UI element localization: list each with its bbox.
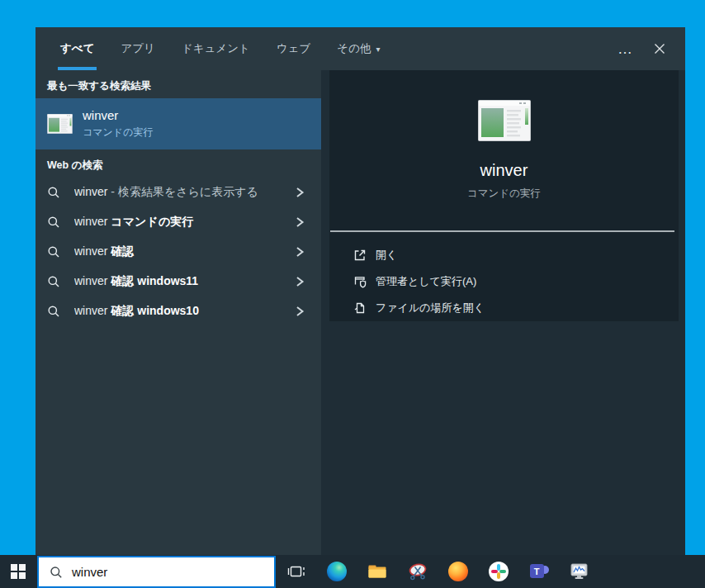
action-label: 開く: [376, 248, 397, 263]
tab-documents[interactable]: ドキュメント: [179, 27, 253, 70]
taskbar-app-firefox[interactable]: [438, 555, 478, 588]
best-match-result-winver[interactable]: winver コマンドの実行: [35, 98, 321, 149]
best-match-text: winver コマンドの実行: [83, 108, 153, 140]
taskbar-search-value: winver: [72, 565, 107, 579]
tab-apps[interactable]: アプリ: [118, 27, 157, 70]
tab-label: アプリ: [121, 41, 154, 56]
taskbar-app-file-explorer[interactable]: [357, 555, 397, 588]
search-icon: [47, 305, 60, 318]
chevron-right-icon: [295, 187, 305, 198]
run-as-admin-shield-icon: [352, 274, 367, 289]
file-explorer-icon: [367, 562, 387, 581]
open-icon: [352, 248, 367, 263]
search-icon: [47, 186, 60, 199]
taskbar-app-snipping-tool[interactable]: [397, 555, 438, 588]
taskbar-app-performance-monitor[interactable]: [559, 555, 599, 588]
pinned-apps: T: [316, 555, 599, 588]
suggestion-text: winver - 検索結果をさらに表示する: [74, 185, 295, 200]
taskbar-app-slack[interactable]: [478, 555, 518, 588]
teams-icon: T: [529, 562, 549, 581]
winver-app-icon: [47, 114, 73, 134]
close-button[interactable]: [654, 43, 665, 55]
tab-web[interactable]: ウェブ: [274, 27, 313, 70]
chevron-right-icon: [295, 306, 305, 317]
tab-more[interactable]: その他 ▾: [334, 27, 382, 70]
slack-icon: [489, 562, 509, 581]
preview-panel: winver コマンドの実行 開く: [329, 70, 679, 555]
web-suggestion-2[interactable]: winver コマンドの実行: [35, 207, 321, 237]
windows-logo-icon: [11, 564, 26, 579]
taskbar-app-edge[interactable]: [316, 555, 357, 588]
close-icon: [654, 43, 665, 55]
chevron-right-icon: [295, 246, 305, 258]
open-file-location-icon: [352, 301, 367, 315]
search-results-area: 最も一致する検索結果 winver コマンドの実行: [35, 70, 685, 555]
app-preview: winver コマンドの実行: [329, 70, 679, 201]
panel-divider-gap: [321, 70, 329, 555]
best-match-header: 最も一致する検索結果: [35, 70, 321, 98]
tab-label: ウェブ: [277, 41, 310, 56]
best-match-subtitle: コマンドの実行: [83, 126, 153, 140]
search-icon: [50, 566, 63, 579]
search-flyout: すべて アプリ ドキュメント ウェブ その他 ▾ …: [35, 27, 685, 555]
preview-subtitle: コマンドの実行: [329, 187, 679, 201]
edge-icon: [327, 562, 347, 581]
action-label: ファイルの場所を開く: [376, 301, 485, 315]
best-match-title: winver: [83, 108, 153, 122]
tab-label: その他: [337, 41, 371, 56]
results-panel: 最も一致する検索結果 winver コマンドの実行: [35, 70, 321, 555]
chevron-right-icon: [295, 216, 305, 228]
taskbar-search-box[interactable]: winver: [37, 556, 276, 588]
taskbar: winver: [0, 555, 705, 588]
web-suggestion-3[interactable]: winver 確認: [35, 237, 321, 267]
action-open-file-location[interactable]: ファイルの場所を開く: [329, 295, 679, 321]
performance-monitor-icon: [570, 562, 589, 581]
tab-list: すべて アプリ ドキュメント ウェブ その他 ▾: [58, 27, 617, 70]
search-tabbar: すべて アプリ ドキュメント ウェブ その他 ▾ …: [35, 27, 685, 70]
firefox-icon: [448, 562, 468, 581]
snipping-tool-icon: [407, 562, 428, 581]
action-label: 管理者として実行(A): [376, 274, 476, 289]
panel-filler: [329, 321, 679, 555]
taskbar-app-teams[interactable]: T: [518, 555, 559, 588]
search-icon: [47, 275, 60, 288]
tab-label: ドキュメント: [182, 41, 250, 56]
winver-app-icon-large: [478, 100, 531, 141]
task-view-icon: [286, 562, 306, 581]
chevron-right-icon: [295, 276, 305, 287]
tab-label: すべて: [60, 41, 94, 56]
start-button[interactable]: [0, 555, 36, 588]
search-icon: [47, 245, 60, 258]
suggestion-text: winver 確認: [74, 244, 295, 259]
suggestion-text: winver 確認 windows11: [74, 274, 295, 289]
action-run-as-admin[interactable]: 管理者として実行(A): [329, 268, 679, 295]
action-list: 開く 管理者として実行(A): [329, 242, 679, 321]
web-suggestion-1[interactable]: winver - 検索結果をさらに表示する: [35, 178, 321, 207]
web-suggestion-4[interactable]: winver 確認 windows11: [35, 267, 321, 296]
suggestion-text: winver 確認 windows10: [74, 304, 295, 319]
web-search-header: Web の検索: [35, 149, 321, 178]
chevron-down-icon: ▾: [376, 45, 380, 54]
preview-title: winver: [329, 159, 679, 181]
tab-all[interactable]: すべて: [58, 27, 97, 70]
web-suggestion-5[interactable]: winver 確認 windows10: [35, 296, 321, 326]
task-view-button[interactable]: [285, 555, 307, 588]
suggestion-text: winver コマンドの実行: [74, 215, 295, 230]
more-options-button[interactable]: …: [617, 45, 634, 53]
action-open[interactable]: 開く: [329, 242, 679, 268]
tabbar-actions: …: [617, 27, 685, 70]
preview-divider: [330, 230, 674, 232]
search-icon: [47, 216, 60, 229]
